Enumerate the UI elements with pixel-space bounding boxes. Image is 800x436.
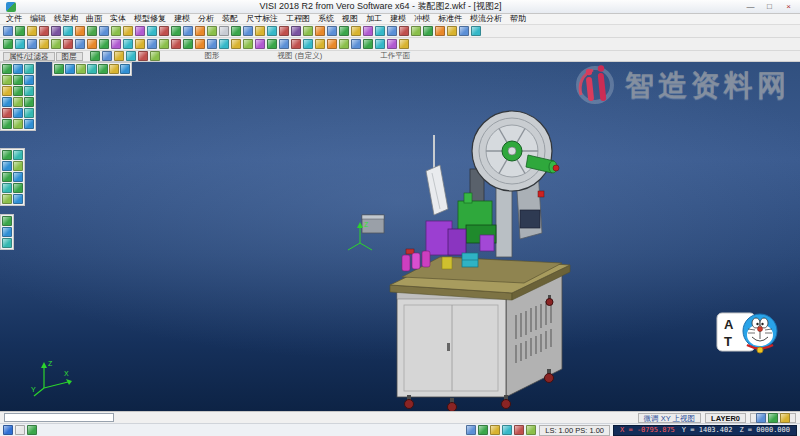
toolbar-icon[interactable] — [109, 64, 119, 74]
toolbar-icon[interactable] — [13, 119, 23, 129]
toolbar-icon[interactable] — [411, 26, 421, 36]
toolbar-icon[interactable] — [2, 119, 12, 129]
toolbar-icon[interactable] — [171, 39, 181, 49]
toolbar-icon[interactable] — [39, 26, 49, 36]
menu-item[interactable]: 冲模 — [410, 14, 434, 24]
status-icon[interactable] — [502, 425, 512, 435]
toolbar-icon[interactable] — [39, 39, 49, 49]
menu-item[interactable]: 装配 — [218, 14, 242, 24]
toolbar-icon[interactable] — [171, 26, 181, 36]
toolbar-icon[interactable] — [114, 51, 124, 61]
toolbar-icon[interactable] — [51, 26, 61, 36]
toolbar-icon[interactable] — [291, 26, 301, 36]
toolbar-icon[interactable] — [243, 39, 253, 49]
toolbar-icon[interactable] — [315, 26, 325, 36]
toolbar-icon[interactable] — [150, 51, 160, 61]
toolbar-icon[interactable] — [13, 161, 23, 171]
toolbar-icon[interactable] — [13, 172, 23, 182]
toolbar-icon[interactable] — [15, 26, 25, 36]
menu-item[interactable]: 模型修复 — [130, 14, 170, 24]
active-layer-segment[interactable]: LAYER0 — [705, 413, 746, 423]
toolbar-icon[interactable] — [279, 26, 289, 36]
toolbar-icon[interactable] — [13, 150, 23, 160]
toolbar-icon[interactable] — [24, 75, 34, 85]
toolbar-icon[interactable] — [303, 26, 313, 36]
menu-item[interactable]: 尺寸标注 — [242, 14, 282, 24]
menu-item[interactable]: 分析 — [194, 14, 218, 24]
toolbar-icon[interactable] — [123, 26, 133, 36]
status-icon[interactable] — [27, 425, 37, 435]
toolbar-icon[interactable] — [24, 108, 34, 118]
toolbar-icon[interactable] — [363, 26, 373, 36]
toolbar-icon[interactable] — [303, 39, 313, 49]
toolbar-icon[interactable] — [375, 39, 385, 49]
toolbar-icon[interactable] — [111, 26, 121, 36]
menu-item[interactable]: 标准件 — [434, 14, 466, 24]
toolbar-icon[interactable] — [13, 183, 23, 193]
status-icon[interactable] — [466, 425, 476, 435]
toolbar-icon[interactable] — [327, 39, 337, 49]
status-icon[interactable] — [526, 425, 536, 435]
toolbar-icon[interactable] — [2, 86, 12, 96]
toolbar-icon[interactable] — [327, 26, 337, 36]
menu-item[interactable]: 线架构 — [50, 14, 82, 24]
toolbar-icon[interactable] — [363, 39, 373, 49]
toolbar-icon[interactable] — [219, 26, 229, 36]
status-icon[interactable] — [478, 425, 488, 435]
toolbar-icon[interactable] — [87, 26, 97, 36]
menu-item[interactable]: 工程图 — [282, 14, 314, 24]
toolbar-icon[interactable] — [135, 26, 145, 36]
toolbar-icon[interactable] — [315, 39, 325, 49]
toolbar-icon[interactable] — [87, 64, 97, 74]
menu-item[interactable]: 模流分析 — [466, 14, 506, 24]
status-icon[interactable] — [3, 425, 13, 435]
toolbar-icon[interactable] — [24, 86, 34, 96]
menu-item[interactable]: 加工 — [362, 14, 386, 24]
toolbar-icon[interactable] — [267, 26, 277, 36]
toolbar-icon[interactable] — [99, 26, 109, 36]
toolbar-icon[interactable] — [135, 39, 145, 49]
toolbar-icon[interactable] — [87, 39, 97, 49]
toolbar-icon[interactable] — [15, 39, 25, 49]
toolbar-icon[interactable] — [339, 26, 349, 36]
status-icon[interactable] — [780, 413, 790, 423]
toolbar-icon[interactable] — [126, 51, 136, 61]
toolbar-icon[interactable] — [13, 194, 23, 204]
menu-item[interactable]: 视图 — [338, 14, 362, 24]
toolbar-icon[interactable] — [219, 39, 229, 49]
toolbar-icon[interactable] — [2, 75, 12, 85]
command-input[interactable] — [4, 413, 114, 422]
toolbar-icon[interactable] — [183, 26, 193, 36]
toolbar-icon[interactable] — [65, 64, 75, 74]
toolbar-icon[interactable] — [111, 39, 121, 49]
toolbar-icon[interactable] — [2, 108, 12, 118]
machine-model[interactable]: Z — [340, 73, 600, 411]
toolbar-icon[interactable] — [459, 26, 469, 36]
toolbar-icon[interactable] — [123, 39, 133, 49]
toolbar-icon[interactable] — [102, 51, 112, 61]
viewport-3d[interactable]: Z Z X Y 智造资料网 — [0, 62, 800, 411]
status-icon[interactable] — [756, 413, 766, 423]
toolbar-icon[interactable] — [387, 26, 397, 36]
toolbar-icon[interactable] — [27, 39, 37, 49]
menu-item[interactable]: 帮助 — [506, 14, 530, 24]
toolbar-icon[interactable] — [2, 64, 12, 74]
status-icon[interactable] — [15, 425, 25, 435]
toolbar-icon[interactable] — [279, 39, 289, 49]
toolbar-icon[interactable] — [195, 39, 205, 49]
toolbar-icon[interactable] — [13, 75, 23, 85]
toolbar-icon[interactable] — [24, 119, 34, 129]
toolbar-icon[interactable] — [76, 64, 86, 74]
view-mode-segment[interactable]: 微调 XY 上视图 — [638, 413, 702, 423]
toolbar-icon[interactable] — [159, 39, 169, 49]
toolbar-icon[interactable] — [99, 39, 109, 49]
toolbar-icon[interactable] — [2, 172, 12, 182]
toolbar-icon[interactable] — [399, 39, 409, 49]
toolbar-icon[interactable] — [63, 39, 73, 49]
toolbar-icon[interactable] — [3, 26, 13, 36]
menu-item[interactable]: 系统 — [314, 14, 338, 24]
toolbar-icon[interactable] — [24, 64, 34, 74]
toolbar-icon[interactable] — [2, 161, 12, 171]
toolbar-icon[interactable] — [207, 39, 217, 49]
toolbar-icon[interactable] — [351, 39, 361, 49]
